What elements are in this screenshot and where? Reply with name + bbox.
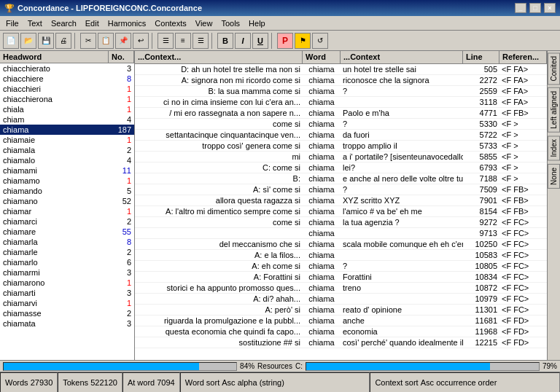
menu-view[interactable]: View (191, 17, 217, 29)
concordance-lines[interactable]: D: ah un hotel tre stelle ma non sichiam… (135, 64, 547, 360)
side-tab-left-aligned[interactable]: Left aligned (548, 87, 560, 133)
concordance-row[interactable]: michiamaa i' portatile? [sisenteunavoced… (135, 152, 547, 162)
concordance-row[interactable]: A: e la filos...chiama10583<F FC> (135, 250, 547, 261)
concordance-row[interactable]: allora questa ragazza sichiamaXYZ scritt… (135, 195, 547, 206)
headword-row[interactable]: chiamasse2 (0, 308, 134, 318)
headword-row[interactable]: chiamar1 (0, 206, 134, 216)
new-button[interactable]: 📄 (3, 33, 19, 49)
concordance-row[interactable]: settantacinque cinquantacinque ven...chi… (135, 130, 547, 141)
side-tab-conited[interactable]: Conited (548, 52, 560, 85)
left-progress-fill (4, 363, 199, 370)
paste-button[interactable]: 📌 (115, 33, 131, 49)
headword-row[interactable]: chiacchieri1 (0, 84, 134, 94)
menu-text[interactable]: Text (23, 17, 47, 29)
headword-row[interactable]: chiamala2 (0, 145, 134, 155)
concordance-row[interactable]: D: ah un hotel tre stelle ma non sichiam… (135, 64, 547, 75)
concordance-row[interactable]: ci no in cima insieme con lui c'era an..… (135, 97, 547, 108)
menu-harmonics[interactable]: Harmonics (104, 17, 151, 29)
headword-row[interactable]: chiamano52 (0, 196, 134, 206)
headword-list[interactable]: chiacchierato3chiacchiere8chiacchieri1ch… (0, 63, 134, 360)
menu-contexts[interactable]: Contexts (150, 17, 190, 29)
headword-row[interactable]: chiamarmi3 (0, 267, 134, 278)
concordance-row[interactable]: come sichiama?5330<F > (135, 119, 547, 130)
concordance-row[interactable]: A: Forattini sichiamaForattini10834<F FC… (135, 272, 547, 283)
headword-row[interactable]: chiacchiere8 (0, 74, 134, 84)
concordance-row[interactable]: troppo così' genera come sichiamatroppo … (135, 141, 547, 152)
align-left-button[interactable]: ☰ (158, 33, 174, 49)
conc-keyword: chiama (303, 239, 341, 249)
print-button[interactable]: 🖨 (55, 33, 71, 49)
conc-right-context: Forattini (341, 272, 463, 282)
concordance-row[interactable]: / mi ero rassegnata a non sapere n...chi… (135, 108, 547, 119)
headword-row[interactable]: chiamare55 (0, 227, 134, 237)
concordance-row[interactable]: A: signora non mi ricordo come sichiamar… (135, 75, 547, 86)
headword-row[interactable]: chiamarle2 (0, 247, 134, 257)
conc-right-context: anche (341, 315, 463, 326)
save-button[interactable]: 💾 (38, 33, 54, 49)
headword-row[interactable]: chiamami11 (0, 165, 134, 176)
conc-line-num: 9713 (463, 228, 499, 238)
concordance-row[interactable]: A: sì' come sichiama?7509<F FB> (135, 184, 547, 195)
concordance-row[interactable]: A: però' sichiamareato d' opinione11301<… (135, 305, 547, 315)
menu-help[interactable]: Help (244, 17, 270, 29)
minimize-button[interactable]: _ (515, 3, 526, 13)
copy-button[interactable]: 📋 (98, 33, 114, 49)
align-right-button[interactable]: ☰ (192, 33, 209, 49)
menu-search[interactable]: Search (47, 17, 81, 29)
headword-header: Headword No. (0, 51, 134, 63)
conc-line-num: 5733 (463, 141, 499, 151)
headword-row[interactable]: chiacchierato3 (0, 63, 134, 74)
refresh-button[interactable]: ↺ (312, 33, 328, 49)
concordance-row[interactable]: sostituzione ## sichiamacosì' perché' qu… (135, 337, 547, 348)
concordance-row[interactable]: questa economia che quindi fa capo...chi… (135, 326, 547, 337)
headword-num: 1 (109, 94, 134, 104)
headword-row[interactable]: chiamarla8 (0, 237, 134, 247)
concordance-row[interactable]: A: eh come sichiama?10805<F FC> (135, 261, 547, 272)
flag-button[interactable]: ⚑ (295, 33, 311, 49)
headword-row[interactable]: chiamarti3 (0, 288, 134, 298)
headword-row[interactable]: chiamarvi1 (0, 298, 134, 308)
headword-row[interactable]: chiala1 (0, 104, 134, 114)
color-p-button[interactable]: P (277, 33, 293, 49)
maximize-button[interactable]: □ (529, 3, 541, 13)
headword-row[interactable]: chiamarlo6 (0, 257, 134, 267)
concordance-row[interactable]: A: l'altro mi dimentico sempre come sich… (135, 206, 547, 217)
italic-button[interactable]: I (235, 33, 251, 49)
cut-button[interactable]: ✂ (80, 33, 96, 49)
conc-reference: <F FD> (499, 315, 547, 326)
menu-edit[interactable]: Edit (81, 17, 104, 29)
concordance-row[interactable]: del meccanismo che sichiamascala mobile … (135, 239, 547, 250)
conc-reference: <F FC> (499, 239, 547, 249)
close-button[interactable]: × (544, 3, 556, 13)
concordance-row[interactable]: B: la sua mamma come sichiama?2559<F FA> (135, 86, 547, 97)
headword-num: 52 (109, 196, 134, 206)
concordance-row[interactable]: come sichiamala tua agenzia ?9272<F FC> (135, 217, 547, 228)
underline-button[interactable]: U (252, 33, 268, 49)
side-tab-index[interactable]: Index (548, 136, 560, 160)
headword-row[interactable]: chiam4 (0, 114, 134, 125)
headword-row[interactable]: chiamaie1 (0, 135, 134, 145)
headword-row[interactable]: chiamando5 (0, 186, 134, 196)
headword-row[interactable]: chiacchierona1 (0, 94, 134, 104)
undo-button[interactable]: ↩ (133, 33, 149, 49)
headword-row[interactable]: chiamalo4 (0, 155, 134, 165)
headword-row[interactable]: chiamarono1 (0, 278, 134, 288)
menu-file[interactable]: File (1, 17, 23, 29)
menu-tools[interactable]: Tools (217, 17, 244, 29)
concordance-row[interactable]: B:chiamae anche al nero delle volte oltr… (135, 173, 547, 184)
concordance-row[interactable]: C: come sichiamalei?6793<F > (135, 162, 547, 173)
conc-line-num: 10979 (463, 294, 499, 304)
headword-row[interactable]: chiamamo1 (0, 176, 134, 186)
headword-row[interactable]: chiama187 (0, 125, 134, 135)
concordance-row[interactable]: storici e ha appunto promosso ques...chi… (135, 283, 547, 294)
bold-button[interactable]: B (217, 33, 233, 49)
concordance-row[interactable]: chiama9713<F FC> (135, 228, 547, 239)
headword-row[interactable]: chiamarci2 (0, 216, 134, 227)
align-center-button[interactable]: ≡ (175, 33, 191, 49)
concordance-row[interactable]: A: di? ahah...chiama10979<F FC> (135, 294, 547, 305)
concordance-row[interactable]: riguarda la promulgazione e la pubbl...c… (135, 315, 547, 326)
headword-row[interactable]: chiamata3 (0, 318, 134, 329)
conc-line-num: 8154 (463, 206, 499, 216)
side-tab-none[interactable]: None (548, 164, 560, 189)
open-button[interactable]: 📂 (20, 33, 36, 49)
